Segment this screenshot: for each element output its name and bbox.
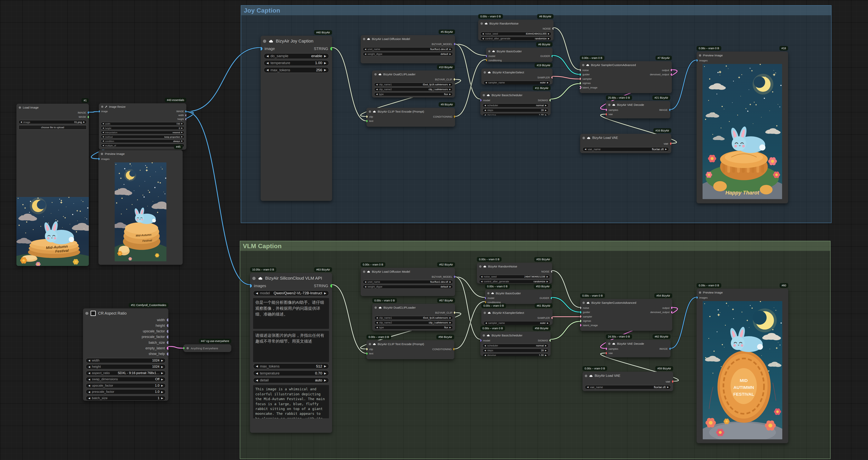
increment-arrow-icon[interactable]: ▶ bbox=[161, 366, 163, 368]
widget-max-tokens[interactable]: ◀ max_tokens 256 ▶ bbox=[264, 67, 329, 73]
input-port-latent-image[interactable] bbox=[580, 86, 581, 89]
input-port-samples[interactable] bbox=[606, 347, 607, 350]
decrement-arrow-icon[interactable]: ◀ bbox=[365, 48, 366, 50]
node-preview-image-45[interactable]: #45 Preview Image images Mid-Autumn bbox=[98, 150, 183, 265]
widget-batch-size[interactable]: ◀ batch_size 1 ▶ bbox=[86, 396, 165, 401]
decrement-arrow-icon[interactable]: ◀ bbox=[102, 127, 104, 129]
wire-model5-to-scheduler11[interactable] bbox=[455, 44, 480, 99]
input-port-images[interactable] bbox=[696, 59, 698, 62]
increment-arrow-icon[interactable]: ▶ bbox=[545, 114, 547, 116]
collapse-dot[interactable] bbox=[583, 137, 585, 139]
widget-vae-name[interactable]: ◀ vae_name flux/ae.sft ▶ bbox=[583, 147, 669, 151]
widget-model[interactable]: ◀ model Qwen/Qwen2-VL-72B-Instruct ▶ bbox=[253, 290, 329, 296]
output-port-image[interactable] bbox=[185, 110, 186, 113]
increment-arrow-icon[interactable]: ▶ bbox=[161, 378, 163, 380]
node-header[interactable]: BizyAir SamplerCustomAdvanced bbox=[580, 61, 672, 68]
output-port-empty-latent[interactable] bbox=[167, 347, 168, 350]
output-port-guider[interactable] bbox=[551, 55, 553, 57]
increment-arrow-icon[interactable]: ▶ bbox=[545, 349, 547, 351]
node-header[interactable]: BizyAir BasicGuider bbox=[485, 290, 552, 296]
decrement-arrow-icon[interactable]: ◀ bbox=[21, 121, 22, 123]
node-header[interactable]: BizyAir RandomNoise bbox=[478, 20, 554, 27]
decrement-arrow-icon[interactable]: ◀ bbox=[267, 55, 269, 58]
decrement-arrow-icon[interactable]: ◀ bbox=[482, 33, 484, 35]
increment-arrow-icon[interactable]: ▶ bbox=[450, 286, 451, 288]
node-bizyair-joy-caption-40[interactable]: #40 BizyAir BizyAir Joy Caption imageSTR… bbox=[260, 36, 332, 201]
node-preview-image-18[interactable]: 0.08s – vram 0 B#18 Preview Image images bbox=[696, 52, 788, 203]
node-bizyair-ksamplerselect-19[interactable]: #19 BizyAir BizyAir KSamplerSelect SAMPL… bbox=[481, 68, 553, 84]
widget-denoise[interactable]: ◀ denoise 1.00 ▶ bbox=[483, 113, 549, 116]
decrement-arrow-icon[interactable]: ◀ bbox=[376, 93, 378, 95]
decrement-arrow-icon[interactable]: ◀ bbox=[485, 345, 486, 347]
decrement-arrow-icon[interactable]: ◀ bbox=[256, 365, 258, 368]
output-port-guider[interactable] bbox=[551, 297, 552, 299]
node-anything-everywhere[interactable]: #47 cg-use-everywhere Anything Everywher… bbox=[183, 344, 231, 352]
input-port-images[interactable] bbox=[250, 284, 252, 288]
increment-arrow-icon[interactable]: ▶ bbox=[548, 38, 550, 39]
widget-swap-dimensions[interactable]: ◀ swap_dimensions Off ▶ bbox=[86, 377, 165, 382]
widget-temperature[interactable]: ◀ temperature 0.70 ▶ bbox=[253, 370, 329, 376]
decrement-arrow-icon[interactable]: ◀ bbox=[88, 391, 90, 393]
decrement-arrow-icon[interactable]: ◀ bbox=[365, 53, 366, 55]
decrement-arrow-icon[interactable]: ◀ bbox=[88, 366, 90, 368]
output-port-conditioning[interactable] bbox=[454, 116, 455, 118]
output-port-width[interactable] bbox=[167, 318, 168, 322]
input-port-image[interactable] bbox=[99, 110, 100, 113]
collapse-dot[interactable] bbox=[363, 38, 365, 40]
decrement-arrow-icon[interactable]: ◀ bbox=[587, 386, 588, 388]
increment-arrow-icon[interactable]: ▶ bbox=[181, 127, 183, 129]
output-port-sigmas[interactable] bbox=[550, 339, 551, 342]
increment-arrow-icon[interactable]: ▶ bbox=[667, 386, 669, 388]
text-area[interactable]: 请描述这张图片的内容，并指出任何有趣或不寻常的细节。用英文描述 bbox=[253, 331, 329, 362]
widget-do-sample[interactable]: ◀ do_sample enable ▶ bbox=[264, 53, 329, 59]
increment-arrow-icon[interactable]: ▶ bbox=[324, 62, 326, 64]
increment-arrow-icon[interactable]: ▶ bbox=[324, 292, 326, 295]
widget-multiple-of[interactable]: ◀ multiple_of 0 ▶ bbox=[101, 144, 184, 147]
widget-scheduler[interactable]: ◀ scheduler normal ▶ bbox=[483, 344, 549, 347]
collapse-dot[interactable] bbox=[101, 105, 103, 108]
decrement-arrow-icon[interactable]: ◀ bbox=[365, 281, 366, 283]
widget-weight-dtype[interactable]: ◀ weight_dtype default ▶ bbox=[363, 285, 453, 289]
widget-vae-name[interactable]: ◀ vae_name flux/ae.sft ▶ bbox=[585, 385, 671, 389]
input-port-image[interactable] bbox=[260, 47, 262, 51]
widget-type[interactable]: ◀ type flux ▶ bbox=[374, 326, 453, 330]
output-port-denoised-output[interactable] bbox=[671, 311, 673, 313]
decrement-arrow-icon[interactable]: ◀ bbox=[88, 359, 90, 362]
wire-guider6-to-sampler7[interactable] bbox=[553, 55, 580, 74]
input-port-sigmas[interactable] bbox=[580, 82, 581, 84]
increment-arrow-icon[interactable]: ▶ bbox=[545, 345, 547, 347]
wire-noise55-to-sampler54[interactable] bbox=[552, 271, 580, 307]
increment-arrow-icon[interactable]: ▶ bbox=[665, 148, 667, 150]
increment-arrow-icon[interactable]: ▶ bbox=[324, 372, 326, 375]
collapse-dot[interactable] bbox=[19, 106, 21, 109]
output-port-image[interactable] bbox=[88, 112, 89, 114]
decrement-arrow-icon[interactable]: ◀ bbox=[376, 322, 378, 324]
increment-arrow-icon[interactable]: ▶ bbox=[324, 55, 326, 58]
text-area[interactable]: This image is a whimsical and colorful i… bbox=[253, 385, 329, 418]
output-port-sampler[interactable] bbox=[551, 76, 553, 79]
output-port-denoised-output[interactable] bbox=[671, 73, 672, 76]
input-port-anything[interactable] bbox=[183, 347, 185, 349]
collapse-dot[interactable] bbox=[582, 64, 584, 66]
node-header[interactable]: Load Image bbox=[17, 104, 89, 111]
widget-image[interactable]: ◀ image 01.png ▶ bbox=[19, 120, 87, 124]
widget-scheduler[interactable]: ◀ scheduler normal ▶ bbox=[483, 103, 549, 108]
input-port-vae[interactable] bbox=[606, 113, 607, 116]
collapse-dot[interactable] bbox=[101, 153, 103, 155]
collapse-dot[interactable] bbox=[479, 265, 482, 268]
increment-arrow-icon[interactable]: ▶ bbox=[545, 355, 547, 356]
node-header[interactable]: BizyAir Load Diffusion Model bbox=[361, 268, 455, 275]
collapse-dot[interactable] bbox=[585, 375, 587, 377]
increment-arrow-icon[interactable]: ▶ bbox=[324, 68, 326, 71]
output-port-string[interactable] bbox=[330, 47, 332, 51]
collapse-dot[interactable] bbox=[186, 347, 189, 349]
input-port-conditioning[interactable] bbox=[486, 59, 487, 61]
input-port-model[interactable] bbox=[486, 55, 487, 57]
increment-arrow-icon[interactable]: ▶ bbox=[324, 379, 326, 382]
node-bizyair-randomnoise-8[interactable]: 0.00s – vram 0 B#8 BizyAir BizyAir Rando… bbox=[478, 20, 554, 40]
collapse-dot[interactable] bbox=[484, 312, 486, 314]
decrement-arrow-icon[interactable]: ◀ bbox=[102, 123, 104, 125]
node-header[interactable]: BizyAir Load VAE bbox=[583, 372, 673, 379]
increment-arrow-icon[interactable]: ▶ bbox=[547, 276, 548, 278]
node-header[interactable]: BizyAir KSamplerSelect bbox=[481, 68, 553, 75]
